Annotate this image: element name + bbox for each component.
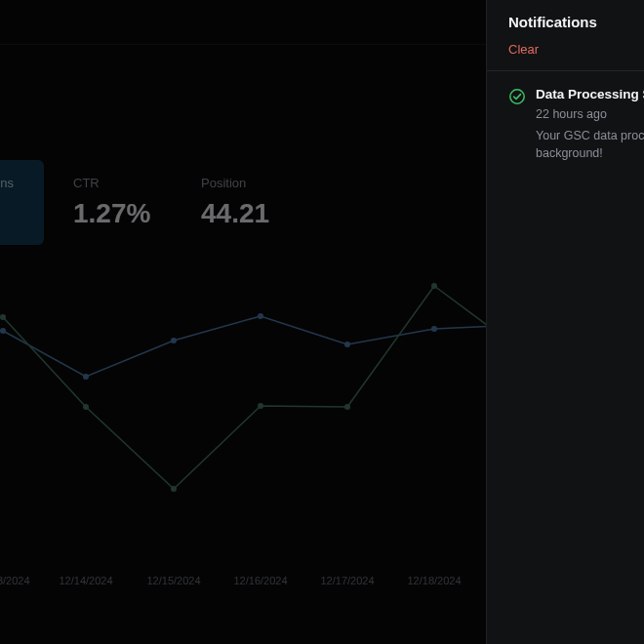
notification-item[interactable]: Data Processing St 22 hours ago Your GSC… [508, 87, 644, 162]
check-circle-icon [508, 88, 526, 105]
metric-card-impressions[interactable]: Impressions k [0, 160, 44, 245]
svg-point-10 [258, 403, 263, 409]
metric-label: Impressions [0, 176, 30, 190]
svg-point-4 [344, 342, 350, 347]
svg-text:12/16/2024: 12/16/2024 [233, 575, 287, 586]
svg-point-5 [431, 326, 437, 332]
svg-text:12/17/2024: 12/17/2024 [320, 575, 374, 586]
notification-heading: Data Processing St [536, 87, 644, 101]
svg-point-0 [0, 328, 6, 334]
svg-point-1 [83, 374, 89, 380]
notifications-panel: Notifications Clear Data Processing St 2… [486, 0, 644, 644]
metric-value: 1.27% [73, 198, 158, 229]
metric-value: 44.21 [201, 198, 286, 229]
svg-text:12/13/2024: 12/13/2024 [0, 575, 30, 586]
notification-desc-line: background! [536, 144, 644, 162]
notification-body: Data Processing St 22 hours ago Your GSC… [536, 87, 644, 162]
clear-button[interactable]: Clear [508, 42, 539, 57]
svg-point-12 [431, 283, 437, 289]
svg-point-8 [83, 404, 89, 410]
svg-text:12/14/2024: 12/14/2024 [59, 575, 112, 586]
divider [487, 70, 644, 71]
metric-card-position[interactable]: Position 44.21 [187, 160, 300, 245]
metric-label: Position [201, 176, 286, 190]
metric-card-ctr[interactable]: CTR 1.27% [60, 160, 172, 245]
svg-point-7 [0, 314, 6, 320]
svg-point-2 [171, 338, 177, 343]
svg-point-3 [258, 313, 263, 319]
metric-value: k [0, 198, 30, 229]
svg-point-9 [171, 486, 177, 492]
svg-point-21 [510, 90, 524, 103]
svg-text:12/15/2024: 12/15/2024 [146, 575, 200, 586]
svg-text:12/18/2024: 12/18/2024 [407, 575, 461, 586]
notification-time: 22 hours ago [536, 107, 644, 121]
notification-desc-line: Your GSC data proc [536, 127, 644, 144]
svg-point-11 [344, 404, 350, 410]
notifications-title: Notifications [508, 14, 644, 30]
metric-label: CTR [73, 176, 158, 190]
